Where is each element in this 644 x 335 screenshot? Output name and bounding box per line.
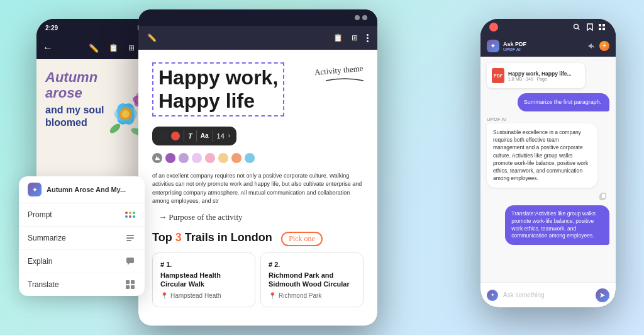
trail-card-2: # 2. Richmond Park and Sidmouth Wood Cir… <box>260 253 364 308</box>
trail-location-1: 📍 Hampstead Heath <box>160 292 247 299</box>
svg-rect-15 <box>126 240 131 241</box>
autumn-arose-text: Autumnarose <box>45 69 97 101</box>
svg-rect-25 <box>602 24 605 26</box>
trails-grid: # 1. Hampstead Health Circular Walk 📍 Ha… <box>152 253 364 308</box>
tablet-body-text: of an excellent company requires not onl… <box>152 172 364 206</box>
translate-icon <box>125 279 136 290</box>
app-logo: ✦ <box>28 183 42 196</box>
svg-rect-29 <box>601 193 606 198</box>
location-text-2: Richmond Park <box>279 292 321 299</box>
right-phone-chat-content: PDF Happy work, Happy life... 1.8 MB · 3… <box>480 57 616 282</box>
updf-logo-small: ✦ <box>487 40 499 52</box>
location-pin-icon: 📍 <box>160 292 168 299</box>
ask-pdf-label: Ask PDF <box>503 41 526 47</box>
svg-rect-13 <box>126 235 134 236</box>
menu-item-summarize[interactable]: Summarize <box>19 227 145 250</box>
copy-icon-area <box>487 193 609 200</box>
ai-input-icon: ✦ <box>487 290 498 301</box>
copy-icon[interactable] <box>599 193 607 200</box>
list-icon <box>125 232 136 244</box>
svg-rect-27 <box>602 28 605 30</box>
top3-label: Top 3 Trails in London <box>152 231 272 244</box>
pdf-title: Happy work, Happy life... <box>508 71 572 77</box>
text-tool-btn[interactable]: T <box>188 132 192 140</box>
svg-rect-18 <box>126 280 130 284</box>
right-phone-status-bar <box>480 19 616 35</box>
menu-item-explain[interactable]: Explain <box>19 250 145 273</box>
trail-location-2: 📍 Richmond Park <box>269 292 355 299</box>
menu-item-translate[interactable]: Translate <box>19 273 145 296</box>
context-menu-header: ✦ Autumn Arose And My... <box>19 176 145 203</box>
doc-title: Happy work,Happy life <box>152 62 284 116</box>
grid-icon[interactable] <box>598 23 607 31</box>
window-close-btn[interactable] <box>489 23 498 31</box>
send-button[interactable] <box>596 288 609 302</box>
chat-area: PDF Happy work, Happy life... 1.8 MB · 3… <box>480 57 616 282</box>
right-phone-input-bar: ✦ Ask something <box>480 282 616 307</box>
right-phone-status-icons <box>573 23 607 31</box>
trail-rank-1: # 1. <box>160 261 247 268</box>
svg-rect-19 <box>131 280 135 284</box>
tablet-doc-area: Happy work,Happy life Activity theme T A… <box>138 50 377 320</box>
summarize-label: Summarize <box>28 234 66 242</box>
ai-label: UPDF AI <box>487 116 609 122</box>
second-palette-row <box>152 153 364 163</box>
grid-dots-icon <box>125 209 136 220</box>
ask-input-placeholder[interactable]: Ask something <box>503 292 591 298</box>
left-phone-toolbar: ← ✏️ 📋 ⊞ <box>36 37 153 59</box>
pdf-preview-bubble: PDF Happy work, Happy life... 1.8 MB · 3… <box>487 63 585 88</box>
ai-response-text: Sustainable excellence in a company requ… <box>493 128 591 183</box>
svg-line-23 <box>578 28 580 30</box>
pick-one-bubble: Pick one <box>281 232 323 246</box>
translate-message-bubble: Translate:Activities like group walks pr… <box>505 205 609 246</box>
add-icon[interactable]: + <box>599 41 609 51</box>
left-phone-time: 2:29 <box>45 25 58 31</box>
palette-arrow[interactable]: › <box>228 132 230 139</box>
location-text-1: Hampstead Heath <box>170 292 221 299</box>
annotation-curve <box>326 76 364 85</box>
tablet-more-icon[interactable] <box>367 34 369 42</box>
tablet-content: Happy work,Happy life Activity theme T A… <box>138 50 377 326</box>
search-icon[interactable] <box>573 23 582 30</box>
svg-rect-21 <box>131 285 135 289</box>
trail-rank-2: # 2. <box>269 261 355 268</box>
svg-rect-14 <box>126 237 134 239</box>
left-phone-status-bar: 2:29 <box>36 19 153 37</box>
location-pin-icon-2: 📍 <box>269 292 276 299</box>
font-size-btn[interactable]: Aa <box>201 132 209 139</box>
explain-label: Explain <box>28 257 52 266</box>
purpose-annotation: → Purpose of the activity <box>158 212 364 222</box>
comment-icon <box>125 256 136 267</box>
ai-response-bubble: Sustainable excellence in a company requ… <box>487 123 597 188</box>
send-icon <box>599 292 606 298</box>
translate-label: Translate <box>28 280 59 289</box>
prompt-label: Prompt <box>28 210 52 219</box>
trail-name-1: Hampstead Health Circular Walk <box>160 271 247 289</box>
svg-point-6 <box>108 122 122 135</box>
center-tablet: ✏️ 📋 ⊞ Happy work,Happy life Activity th… <box>138 9 377 326</box>
svg-rect-24 <box>599 24 601 26</box>
tablet-toolbar: ✏️ 📋 ⊞ <box>138 26 377 50</box>
svg-rect-16 <box>126 258 134 263</box>
ai-response-container: UPDF AI Sustainable excellence in a comp… <box>487 116 609 188</box>
share-icon[interactable] <box>587 42 596 50</box>
right-toolbar-right-icons: + <box>587 41 609 51</box>
color-palette-row: T Aa 14 › <box>152 127 236 145</box>
svg-point-5 <box>122 110 130 118</box>
menu-item-prompt[interactable]: Prompt <box>19 203 145 227</box>
right-phone: ✦ Ask PDF UPDF AI + PDF <box>480 19 616 307</box>
tablet-status-bar <box>138 9 377 26</box>
svg-rect-20 <box>126 285 130 289</box>
size-number: 14 <box>217 132 225 140</box>
logo-symbol: ✦ <box>32 186 37 193</box>
svg-marker-17 <box>128 263 130 265</box>
svg-point-22 <box>574 25 579 29</box>
user-message-bubble: Summarize the first paragraph. <box>518 93 609 111</box>
updf-ai-label-toolbar: UPDF AI <box>503 47 526 52</box>
context-menu: ✦ Autumn Arose And My... Prompt Summariz… <box>19 176 145 296</box>
bookmark-icon[interactable] <box>586 23 594 31</box>
trail-name-2: Richmond Park and Sidmouth Wood Circular <box>269 271 355 289</box>
svg-rect-26 <box>599 28 601 30</box>
right-phone-toolbar: ✦ Ask PDF UPDF AI + <box>480 35 616 57</box>
pdf-file-icon: PDF <box>492 68 504 83</box>
